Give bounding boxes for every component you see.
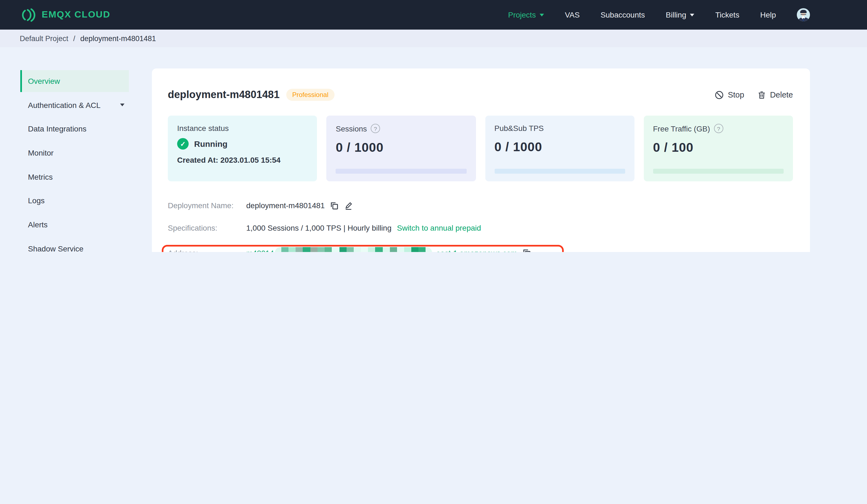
specifications-value-wrap: 1,000 Sessions / 1,000 TPS | Hourly bill… xyxy=(246,223,793,232)
sessions-label-text: Sessions xyxy=(336,124,367,133)
stop-label: Stop xyxy=(728,90,744,99)
nav-item-projects-label: Projects xyxy=(508,10,536,19)
breadcrumb-project[interactable]: Default Project xyxy=(20,34,68,42)
nav-item-projects[interactable]: Projects xyxy=(508,10,544,19)
instance-status-card: Instance status ✓ Running Created At: 20… xyxy=(168,116,317,181)
avatar-tie xyxy=(803,18,804,21)
check-circle-icon: ✓ xyxy=(177,138,189,150)
sessions-card: Sessions ? 0 / 1000 xyxy=(327,116,476,181)
switch-annual-prepaid-link[interactable]: Switch to annual prepaid xyxy=(397,223,481,232)
sidebar-item-logs[interactable]: Logs xyxy=(20,190,129,212)
running-status: Running xyxy=(194,139,227,149)
top-navbar: EMQX CLOUD Projects VAS Subaccounts Bill… xyxy=(0,0,867,30)
delete-label: Delete xyxy=(770,90,793,99)
free-traffic-label-text: Free Traffic (GB) xyxy=(653,124,710,133)
deployment-info: Deployment Name: deployment-m4801481 xyxy=(168,200,793,252)
delete-button[interactable]: Delete xyxy=(757,90,793,99)
address-prefix: m48014 xyxy=(246,249,274,252)
nav-item-help[interactable]: Help xyxy=(760,10,776,19)
instance-status-label: Instance status xyxy=(177,124,308,133)
plan-badge: Professional xyxy=(286,89,334,101)
address-redacted-blur xyxy=(275,247,432,252)
sessions-progress-bar xyxy=(336,169,467,174)
emqx-cloud-app: EMQX CLOUD Projects VAS Subaccounts Bill… xyxy=(0,0,867,252)
top-nav-menu: Projects VAS Subaccounts Billing Tickets… xyxy=(508,8,810,21)
specifications-row: Specifications: 1,000 Sessions / 1,000 T… xyxy=(168,222,793,233)
copy-icon[interactable] xyxy=(522,248,532,252)
sidebar: Overview Authentication & ACL Data Integ… xyxy=(20,70,129,252)
sidebar-item-metrics[interactable]: Metrics xyxy=(20,166,129,188)
avatar-hair xyxy=(800,10,806,13)
specifications-value: 1,000 Sessions / 1,000 TPS | Hourly bill… xyxy=(246,223,392,232)
chevron-down-icon xyxy=(690,13,695,16)
avatar-glasses xyxy=(801,13,806,15)
sidebar-item-authentication-acl-label: Authentication & ACL xyxy=(28,100,100,109)
deployment-name-row: Deployment Name: deployment-m4801481 xyxy=(168,200,793,211)
nav-item-vas[interactable]: VAS xyxy=(565,10,580,19)
stop-icon xyxy=(715,90,724,99)
nav-item-billing-label: Billing xyxy=(666,10,686,19)
address-value-wrap: m48014 -east-1.amazonaws.com xyxy=(246,247,562,252)
stop-button[interactable]: Stop xyxy=(715,90,744,99)
pubsub-tps-progress-bar xyxy=(494,169,625,174)
breadcrumb-separator: / xyxy=(73,34,75,42)
stats-row: Instance status ✓ Running Created At: 20… xyxy=(168,116,793,181)
address-row: Address: m48014 -east-1.amazonaws.com xyxy=(168,247,562,252)
free-traffic-label: Free Traffic (GB) ? xyxy=(653,124,784,133)
emqx-logo-icon xyxy=(20,8,36,22)
address-suffix: -east-1.amazonaws.com xyxy=(434,249,517,252)
deployment-overview-card: deployment-m4801481 Professional Stop xyxy=(152,68,810,252)
pubsub-tps-label: Pub&Sub TPS xyxy=(494,124,625,133)
trash-icon xyxy=(757,90,766,99)
sidebar-item-alerts[interactable]: Alerts xyxy=(20,213,129,235)
breadcrumb: Default Project / deployment-m4801481 xyxy=(0,30,867,47)
help-icon[interactable]: ? xyxy=(714,124,723,133)
sessions-value: 0 / 1000 xyxy=(336,140,467,155)
chevron-down-icon xyxy=(539,13,544,16)
breadcrumb-current: deployment-m4801481 xyxy=(81,34,156,42)
instance-status-value: ✓ Running xyxy=(177,138,308,150)
sidebar-item-authentication-acl[interactable]: Authentication & ACL xyxy=(20,94,129,116)
pubsub-tps-value: 0 / 1000 xyxy=(494,140,625,154)
specifications-label: Specifications: xyxy=(168,223,246,232)
copy-icon[interactable] xyxy=(330,201,339,210)
sidebar-item-shadow-service[interactable]: Shadow Service xyxy=(20,238,129,252)
deployment-name-value-wrap: deployment-m4801481 xyxy=(246,201,793,210)
created-at-text: Created At: 2023.01.05 15:54 xyxy=(177,156,308,164)
sidebar-item-data-integrations[interactable]: Data Integrations xyxy=(20,118,129,140)
sidebar-item-overview[interactable]: Overview xyxy=(20,70,129,92)
brand-name: EMQX CLOUD xyxy=(42,9,110,20)
pubsub-tps-card: Pub&Sub TPS 0 / 1000 xyxy=(485,116,634,181)
address-highlight-box: Address: m48014 -east-1.amazonaws.com Po xyxy=(162,245,564,252)
address-label: Address: xyxy=(168,249,246,252)
sessions-label: Sessions ? xyxy=(336,124,467,133)
nav-item-tickets[interactable]: Tickets xyxy=(715,10,739,19)
free-traffic-progress-bar xyxy=(653,169,784,174)
deployment-header: deployment-m4801481 Professional Stop xyxy=(168,81,793,108)
sidebar-item-monitor[interactable]: Monitor xyxy=(20,142,129,164)
edit-icon[interactable] xyxy=(344,201,353,210)
deployment-title: deployment-m4801481 xyxy=(168,89,280,101)
deployment-name-label: Deployment Name: xyxy=(168,201,246,210)
help-icon[interactable]: ? xyxy=(371,124,380,133)
free-traffic-card: Free Traffic (GB) ? 0 / 100 xyxy=(644,116,793,181)
chevron-down-icon xyxy=(120,103,125,106)
brand-logo[interactable]: EMQX CLOUD xyxy=(20,8,110,22)
nav-item-subaccounts[interactable]: Subaccounts xyxy=(600,10,645,19)
deployment-name-value: deployment-m4801481 xyxy=(246,201,325,210)
nav-item-billing[interactable]: Billing xyxy=(666,10,695,19)
deployment-actions: Stop Delete xyxy=(715,90,793,99)
free-traffic-value: 0 / 100 xyxy=(653,140,784,155)
user-avatar[interactable] xyxy=(797,8,810,21)
